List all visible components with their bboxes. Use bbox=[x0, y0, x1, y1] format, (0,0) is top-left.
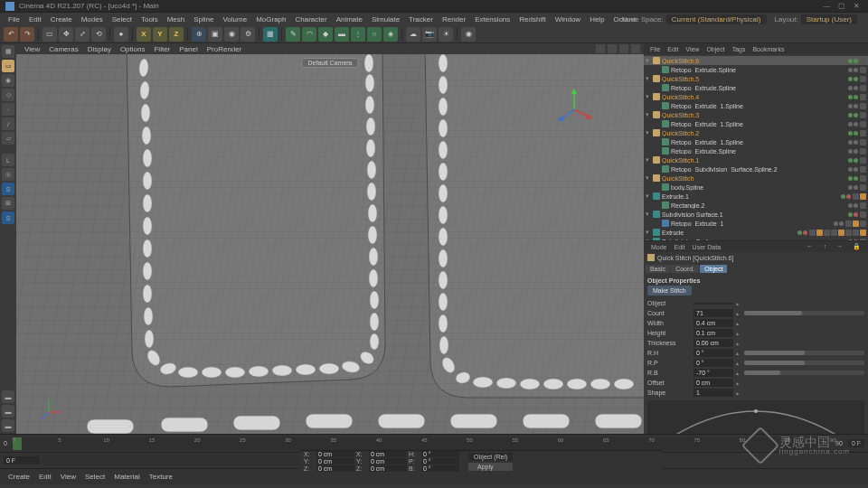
object-name[interactable]: Retopo_Extrude_1 bbox=[671, 221, 834, 227]
pos-y[interactable]: 0 cm bbox=[316, 458, 354, 465]
visibility-dots[interactable] bbox=[848, 122, 858, 127]
object-name[interactable]: Rectangle.2 bbox=[671, 202, 848, 209]
object-name[interactable]: Subdivision Surface.1 bbox=[662, 211, 848, 218]
axis-y-toggle[interactable]: Y bbox=[153, 27, 167, 42]
pos-x[interactable]: 0 cm bbox=[316, 451, 354, 457]
object-name[interactable]: QuickStitch bbox=[662, 175, 848, 182]
tree-row[interactable]: Retopo_Extrude.Spline bbox=[644, 146, 868, 155]
tag-icons[interactable] bbox=[860, 58, 866, 64]
viewport[interactable]: ViewCamerasDisplayOptionsFilterPanelProR… bbox=[16, 43, 644, 434]
prop-value[interactable]: 0.4 cm bbox=[693, 319, 733, 327]
tag-icons[interactable] bbox=[860, 202, 866, 209]
objmenu-bookmarks[interactable]: Bookmarks bbox=[749, 46, 788, 52]
spinner-up[interactable]: ▴ bbox=[736, 380, 741, 386]
spinner-up[interactable]: ▴ bbox=[736, 389, 741, 396]
object-name[interactable]: Extrude bbox=[662, 230, 797, 236]
menu-extensions[interactable]: Extensions bbox=[470, 15, 514, 23]
attr-mode[interactable]: Mode bbox=[647, 244, 671, 250]
attr-up-icon[interactable]: ↑ bbox=[820, 243, 831, 250]
vpmenu-options[interactable]: Options bbox=[116, 45, 150, 53]
node-space-value[interactable]: Current (Standard/Physical) bbox=[666, 14, 767, 24]
move-tool[interactable]: ✥ bbox=[59, 27, 73, 42]
deformer[interactable]: ◈ bbox=[383, 27, 398, 42]
prop-value[interactable]: 0 ° bbox=[693, 359, 733, 367]
prop-slider[interactable] bbox=[744, 351, 864, 355]
octane-icon[interactable]: ◉ bbox=[461, 27, 476, 42]
expand-icon[interactable]: ▾ bbox=[646, 192, 653, 200]
prop-value[interactable]: 0 cm bbox=[693, 379, 733, 387]
maximize-icon[interactable] bbox=[631, 44, 640, 53]
size-y[interactable]: 0 cm bbox=[369, 458, 407, 465]
spinner-up[interactable]: ▴ bbox=[736, 310, 741, 316]
model-mode[interactable]: ▭ bbox=[2, 60, 14, 72]
coord-system[interactable]: ⊕ bbox=[192, 27, 206, 42]
vpmenu-prorender[interactable]: ProRender bbox=[203, 45, 247, 53]
tree-row[interactable]: ▾Subdivision Surface.1 bbox=[644, 210, 868, 219]
prop-slider[interactable] bbox=[744, 311, 864, 315]
expand-icon[interactable]: ▾ bbox=[646, 156, 653, 164]
attr-edit[interactable]: Edit bbox=[671, 244, 689, 250]
tree-row[interactable]: Retopo_Extrude.Spline bbox=[644, 83, 868, 92]
timeline-ruler[interactable]: 051015202530354045505560657075808590 bbox=[13, 437, 830, 450]
tag-icons[interactable] bbox=[845, 221, 866, 227]
timeline[interactable]: 0 051015202530354045505560657075808590 9… bbox=[0, 434, 868, 452]
edge-mode[interactable]: / bbox=[2, 117, 14, 130]
tree-row[interactable]: Retopo_Extrude_1.Spline bbox=[644, 119, 868, 128]
tab-basic[interactable]: Basic bbox=[646, 265, 670, 273]
menu-mesh[interactable]: Mesh bbox=[163, 15, 190, 23]
visibility-dots[interactable] bbox=[848, 131, 858, 136]
tag-icons[interactable] bbox=[860, 112, 866, 118]
expand-icon[interactable]: ▾ bbox=[646, 229, 653, 236]
tree-row[interactable]: Retopo_Subdivision_Surface.Spline.2 bbox=[644, 164, 868, 174]
generator-subdivision[interactable]: ◆ bbox=[318, 27, 333, 42]
visibility-dots[interactable] bbox=[848, 140, 858, 145]
visibility-dots[interactable] bbox=[848, 185, 858, 190]
tag-icons[interactable] bbox=[809, 230, 866, 236]
matmenu-view[interactable]: View bbox=[56, 473, 80, 481]
tree-row[interactable]: ▾QuickStitch.6 bbox=[644, 56, 868, 65]
rotate-tool[interactable]: ⟲ bbox=[91, 27, 106, 42]
select-tool[interactable]: ▭ bbox=[42, 27, 57, 42]
tag-icons[interactable] bbox=[860, 76, 866, 82]
object-name[interactable]: Retopo_Extrude.Spline bbox=[671, 85, 848, 91]
generator-array[interactable]: ⋮ bbox=[351, 27, 365, 42]
object-name[interactable]: Retopo_Extrude_1.Spline bbox=[671, 121, 848, 127]
objmenu-object[interactable]: Object bbox=[703, 46, 728, 52]
render-view[interactable]: ▣ bbox=[208, 27, 222, 42]
tree-row[interactable]: ▾QuickStitch.4 bbox=[644, 92, 868, 101]
matmenu-create[interactable]: Create bbox=[4, 473, 34, 481]
size-x[interactable]: 0 cm bbox=[369, 451, 407, 457]
tag-icons[interactable] bbox=[860, 103, 866, 109]
visibility-dots[interactable] bbox=[848, 68, 858, 72]
axis-x-toggle[interactable]: X bbox=[137, 27, 151, 42]
expand-icon[interactable]: ▾ bbox=[646, 129, 653, 136]
matmenu-select[interactable]: Select bbox=[80, 473, 109, 481]
menu-mograph[interactable]: MoGraph bbox=[251, 15, 290, 23]
object-name[interactable]: QuickStitch.3 bbox=[662, 112, 848, 118]
apply-button[interactable]: Apply bbox=[468, 463, 513, 471]
axis-toggle[interactable]: L bbox=[2, 154, 14, 166]
menu-redshift[interactable]: Redshift bbox=[514, 15, 550, 23]
pos-z[interactable]: 0 cm bbox=[316, 465, 354, 472]
range-slider[interactable] bbox=[42, 456, 332, 465]
object-name[interactable]: Retopo_Extrude_1.Spline bbox=[671, 103, 848, 109]
prop-slider[interactable] bbox=[744, 371, 864, 375]
panel-b[interactable]: ▬ bbox=[2, 405, 14, 418]
object-name[interactable]: Retopo_Extrude.Spline bbox=[671, 148, 848, 155]
snap-toggle[interactable]: S bbox=[2, 183, 14, 195]
recent-tool[interactable]: ● bbox=[114, 27, 128, 42]
tag-icons[interactable] bbox=[860, 175, 866, 182]
tab-coord[interactable]: Coord. bbox=[671, 265, 699, 273]
expand-icon[interactable]: ▾ bbox=[646, 93, 653, 100]
redo-button[interactable]: ↷ bbox=[20, 27, 34, 42]
menu-spline[interactable]: Spline bbox=[189, 15, 218, 23]
coord-mode[interactable]: Object (Rel) bbox=[468, 453, 513, 461]
workplane-snap[interactable]: ⊞ bbox=[2, 197, 14, 210]
object-name[interactable]: Retopo_Extrude_1.Spline bbox=[671, 139, 848, 145]
layout-value[interactable]: Startup (User) bbox=[801, 14, 857, 24]
visibility-dots[interactable] bbox=[841, 194, 851, 199]
tag-icons[interactable] bbox=[860, 121, 866, 127]
visibility-dots[interactable] bbox=[848, 59, 858, 63]
spline-pen[interactable]: ✎ bbox=[286, 27, 300, 42]
render-pv[interactable]: ◉ bbox=[224, 27, 239, 42]
